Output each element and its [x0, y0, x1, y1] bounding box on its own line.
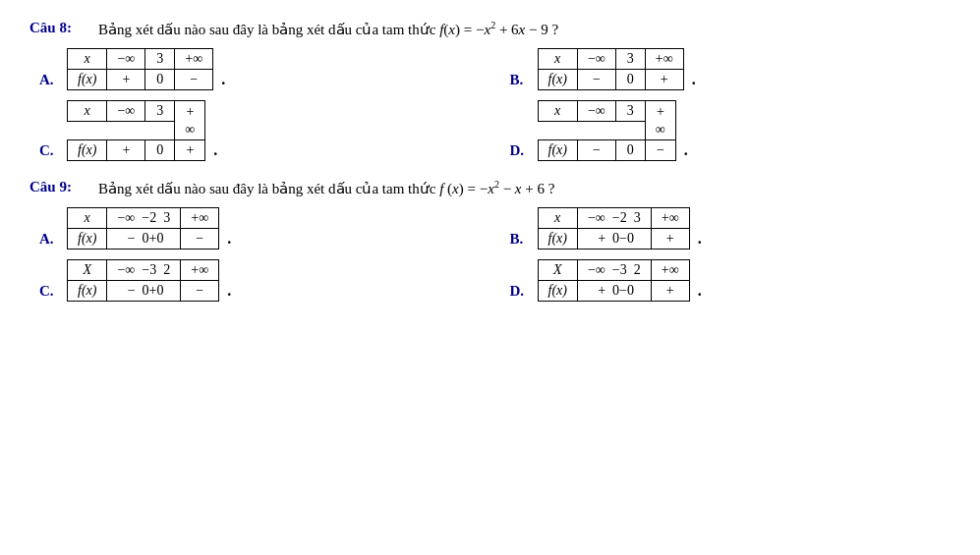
q9-table-a: x −∞ −2 3 +∞ f(x) − 0+0 − — [67, 207, 219, 250]
q8-a-dot: . — [221, 71, 225, 90]
q9-d-dot: . — [698, 282, 702, 302]
q8-d-label: D. — [510, 142, 530, 161]
q9-b-dot: . — [698, 230, 702, 250]
q9-table-b: x −∞ −2 3 +∞ f(x) + 0−0 + — [538, 207, 690, 250]
q9-d-label: D. — [510, 283, 530, 302]
q8-option-b: B. x −∞ 3 +∞ f(x) − 0 + . — [510, 48, 951, 90]
q8-table-d: x −∞ 3 + ∞ f(x) − 0 − — [538, 100, 676, 161]
q8-label: Câu 8: — [29, 20, 88, 36]
q8-option-a: A. x −∞ 3 +∞ f(x) + 0 − . — [39, 48, 481, 90]
q8-text: Bảng xét dấu nào sau đây là bảng xét dấu… — [98, 20, 951, 38]
question-9: Câu 9: Bảng xét dấu nào sau đây là bảng … — [29, 179, 951, 302]
q8-header: Câu 8: Bảng xét dấu nào sau đây là bảng … — [29, 20, 951, 38]
q9-option-c: C. X −∞ −3 2 +∞ f(x) − 0+0 − . — [39, 259, 481, 302]
q9-text: Bảng xét dấu nào sau đây là bảng xét dấu… — [98, 179, 951, 197]
q9-option-d: D. X −∞ −3 2 +∞ f(x) + 0−0 + . — [510, 259, 951, 302]
q9-label: Câu 9: — [29, 179, 88, 195]
q8-option-c: C. x −∞ 3 + ∞ f(x) + 0 + — [39, 100, 481, 161]
q8-table-b: x −∞ 3 +∞ f(x) − 0 + — [538, 48, 684, 90]
q9-b-label: B. — [510, 231, 530, 250]
q9-table-c: X −∞ −3 2 +∞ f(x) − 0+0 − — [67, 259, 219, 302]
q8-table-a: x −∞ 3 +∞ f(x) + 0 − — [67, 48, 213, 90]
q8-options: A. x −∞ 3 +∞ f(x) + 0 − . B. — [39, 48, 951, 161]
q8-b-label: B. — [510, 72, 530, 90]
question-8: Câu 8: Bảng xét dấu nào sau đây là bảng … — [29, 20, 951, 161]
q8-c-label: C. — [39, 142, 59, 161]
q9-a-dot: . — [227, 230, 231, 250]
q9-table-d: X −∞ −3 2 +∞ f(x) + 0−0 + — [538, 259, 690, 302]
q8-a-label: A. — [39, 72, 59, 90]
q9-a-label: A. — [39, 231, 59, 250]
q8-option-d: D. x −∞ 3 + ∞ f(x) − 0 − — [510, 100, 951, 161]
q9-c-dot: . — [227, 282, 231, 302]
q9-options: A. x −∞ −2 3 +∞ f(x) − 0+0 − . B. — [39, 207, 951, 302]
q9-header: Câu 9: Bảng xét dấu nào sau đây là bảng … — [29, 179, 951, 197]
q8-d-dot: . — [684, 141, 688, 161]
q9-option-a: A. x −∞ −2 3 +∞ f(x) − 0+0 − . — [39, 207, 481, 250]
q8-b-dot: . — [692, 71, 696, 90]
q9-c-label: C. — [39, 283, 59, 302]
q8-c-dot: . — [213, 141, 217, 161]
q9-option-b: B. x −∞ −2 3 +∞ f(x) + 0−0 + . — [510, 207, 951, 250]
q8-table-c: x −∞ 3 + ∞ f(x) + 0 + — [67, 100, 205, 161]
